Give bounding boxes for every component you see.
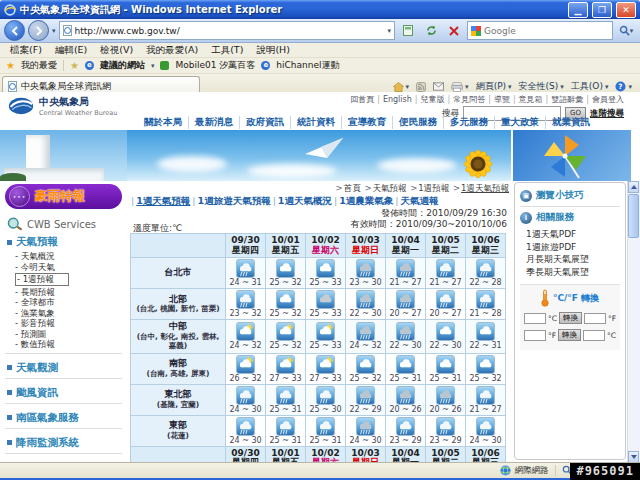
address-dropdown[interactable]: ▾ (387, 27, 391, 35)
fahrenheit-result[interactable] (584, 313, 606, 324)
compatibility-view-button[interactable] (398, 21, 418, 40)
site-nav-item[interactable]: 宣導教育 (342, 116, 393, 129)
forecast-cell: 24 ~ 32 (226, 320, 266, 354)
history-dropdown[interactable]: ▾ (52, 27, 56, 35)
menu-item[interactable]: 我的最愛(A) (146, 44, 198, 57)
weather-icon-rain (396, 417, 415, 436)
sidebar-subitem[interactable]: - 預測圖 (15, 329, 122, 340)
forecast-tab[interactable]: 1週天氣概況 (278, 195, 332, 206)
forecast-cell: 21 ~ 27 (426, 258, 466, 289)
forecast-cell: 25 ~ 31 (386, 353, 426, 384)
forecast-row: 台北市24 ~ 3125 ~ 3225 ~ 3323 ~ 3021 ~ 2721… (131, 258, 506, 289)
forecast-row: 中部(台中, 彰化, 南投, 雲林, 嘉義)24 ~ 3225 ~ 3225 ~… (131, 320, 506, 354)
page-scrollbar[interactable] (627, 181, 640, 463)
menu-item[interactable]: 工具(T) (211, 44, 243, 57)
back-button[interactable] (4, 20, 25, 41)
banner-sky-photo (127, 130, 511, 181)
sidebar-subitem[interactable]: - 數值預報 (15, 339, 122, 350)
forecast-table: 09/30星期四10/01星期五10/02星期六10/03星期日10/04星期一… (130, 233, 506, 463)
sidebar-subitem-active[interactable]: - 1週預報 (15, 273, 69, 286)
breadcrumb-item[interactable]: 1週天氣預報 (461, 183, 509, 193)
utility-link[interactable]: 回首頁 (350, 94, 374, 105)
close-button[interactable]: ✕ (616, 2, 636, 18)
forecast-tab[interactable]: 1週旅遊天氣預報 (198, 195, 271, 206)
favorites-button[interactable]: 我的最愛 (21, 59, 57, 72)
forecast-tab[interactable]: 1週農業氣象 (339, 195, 393, 206)
utility-link[interactable]: 常見問答 (453, 94, 485, 105)
maximize-button[interactable]: ❐ (592, 2, 612, 18)
home-button[interactable]: ▾ (393, 82, 410, 92)
print-button[interactable]: ▾ (451, 82, 469, 92)
sidebar-subitem[interactable]: - 漁業氣象 (15, 308, 122, 319)
menu-item[interactable]: 檔案(F) (10, 44, 42, 57)
breadcrumb-item[interactable]: 天氣預報 (373, 183, 407, 193)
site-nav-item[interactable]: 多元服務 (444, 116, 495, 129)
scroll-up-button[interactable] (628, 181, 639, 193)
related-link[interactable]: 1週天氣PDF (526, 228, 620, 241)
right-panel: ▣ 瀏覽小技巧 i 相關服務 1週天氣PDF1週旅遊PDF月長期天氣展望季長期天… (514, 182, 626, 460)
site-nav-item[interactable]: 就業資訊 (546, 116, 596, 129)
feeds-button[interactable] (416, 82, 426, 92)
utility-link[interactable]: 導覽 (494, 94, 510, 105)
site-nav-item[interactable]: 政府資訊 (240, 116, 291, 129)
site-nav-item[interactable]: 最新消息 (189, 116, 240, 129)
forecast-cell: 25 ~ 31 (306, 415, 346, 446)
web-search-input[interactable] (484, 26, 609, 36)
related-link[interactable]: 季長期天氣展望 (526, 266, 620, 279)
breadcrumb-item[interactable]: 1週預報 (418, 183, 449, 193)
favorite-link-hichannel[interactable]: hiChannel運動 (276, 59, 339, 72)
refresh-button[interactable] (421, 21, 441, 40)
fahrenheit-input[interactable] (524, 330, 546, 341)
sidebar-section[interactable]: 南區氣象服務 (7, 411, 122, 425)
address-input[interactable] (75, 26, 385, 36)
heavy-rain-alert-button[interactable]: ••• 豪雨特報 (5, 184, 122, 209)
scroll-thumb[interactable] (628, 194, 639, 238)
utility-link[interactable]: 雙語辭彙 (551, 94, 583, 105)
sidebar-section-weather-forecast[interactable]: 天氣預報 (7, 235, 122, 249)
cwb-logo[interactable]: 中央氣象局 Central Weather Bureau (8, 95, 117, 117)
site-nav-item[interactable]: 關於本局 (138, 116, 189, 129)
sidebar-section[interactable]: 颱風資訊 (7, 386, 122, 400)
read-mail-button[interactable] (433, 82, 444, 91)
minimize-button[interactable]: ▁ (568, 2, 588, 18)
site-nav-item[interactable]: 重大政策 (495, 116, 546, 129)
utility-link[interactable]: 兒童版 (420, 94, 444, 105)
temperature-range: 25 ~ 31 (266, 405, 305, 415)
help-menu[interactable]: ? ▾ (615, 81, 632, 92)
celsius-result[interactable] (583, 330, 605, 341)
stop-button[interactable] (444, 21, 464, 40)
sidebar-subitem[interactable]: - 今明天氣 (15, 262, 122, 273)
site-nav-item[interactable]: 便民服務 (393, 116, 444, 129)
menu-item[interactable]: 編輯(E) (55, 44, 87, 57)
sidebar-subitem[interactable]: - 長期預報 (15, 287, 122, 298)
sidebar-subitem[interactable]: - 影音預報 (15, 318, 122, 329)
celsius-input[interactable] (524, 313, 546, 324)
related-link[interactable]: 月長期天氣展望 (526, 253, 620, 266)
cwb-services[interactable]: CWB Services (7, 217, 122, 231)
forecast-tab[interactable]: 天氣週報 (401, 195, 439, 206)
f-to-c-convert-button[interactable]: 轉換 (558, 329, 581, 341)
breadcrumb-item[interactable]: 首頁 (344, 183, 361, 193)
weather-icon-heavy-rain (396, 322, 415, 341)
sidebar-section[interactable]: 降雨監測系統 (7, 436, 122, 450)
site-nav-item[interactable]: 統計資料 (291, 116, 342, 129)
utility-link[interactable]: 會員登入 (592, 94, 624, 105)
suggested-sites-button[interactable]: 建議的網站 (100, 59, 145, 72)
forecast-tab[interactable]: 1週天氣預報 (136, 195, 190, 206)
related-services-header[interactable]: i 相關服務 (520, 211, 620, 224)
forward-button[interactable] (28, 20, 49, 41)
sidebar-section[interactable]: 天氣觀測 (7, 361, 122, 375)
menu-item[interactable]: 說明(H) (256, 44, 290, 57)
browsing-tips-link[interactable]: ▣ 瀏覽小技巧 (520, 189, 620, 202)
sidebar-subitem[interactable]: - 天氣概況 (15, 251, 122, 262)
utility-link[interactable]: English (383, 95, 412, 104)
utility-link[interactable]: 意見箱 (519, 94, 543, 105)
region-cell: 東部(花蓮) (131, 415, 226, 446)
suggested-dropdown[interactable]: ▾ (151, 62, 155, 70)
search-go-button[interactable]: ▾ (616, 21, 636, 40)
favorite-link-mobile01[interactable]: Mobile01 汐萬百客 (175, 59, 255, 72)
related-link[interactable]: 1週旅遊PDF (526, 241, 620, 254)
c-to-f-convert-button[interactable]: 轉換 (559, 312, 582, 324)
menu-item[interactable]: 檢視(V) (100, 44, 133, 57)
sidebar-subitem[interactable]: - 全球都市 (15, 297, 122, 308)
